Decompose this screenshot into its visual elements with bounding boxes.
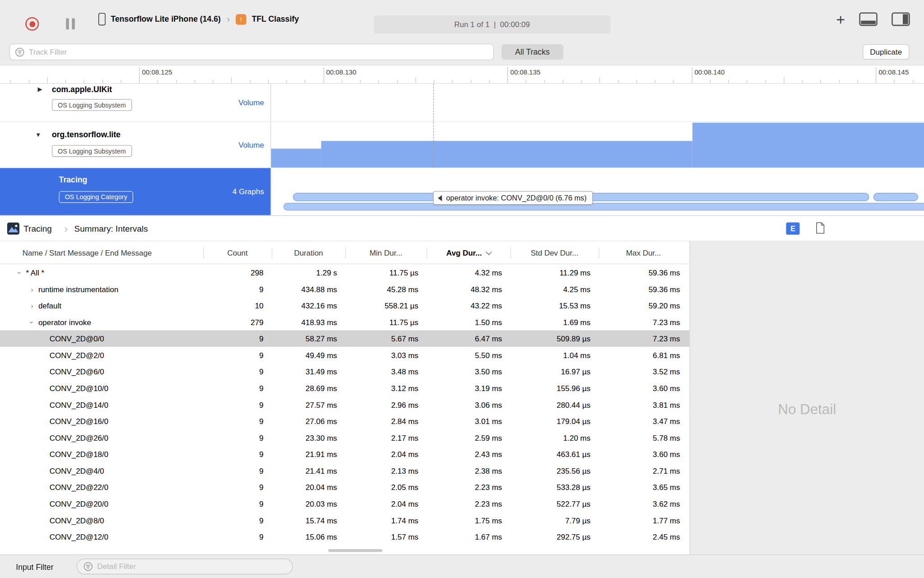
- table-row[interactable]: CONV_2D@14/0 9 27.57 ms 2.96 ms 3.06 ms …: [0, 396, 689, 413]
- row-avg: 2.38 ms: [427, 466, 510, 475]
- ruler-tick: [526, 79, 526, 83]
- row-name: CONV_2D@16/0: [50, 417, 108, 426]
- interval-bar[interactable]: [873, 193, 918, 201]
- interval-bar[interactable]: [283, 203, 924, 210]
- row-name-cell: CONV_2D@18/0: [0, 450, 203, 459]
- table-row[interactable]: CONV_2D@6/0 9 31.49 ms 3.48 ms 3.50 ms 1…: [0, 364, 689, 380]
- duplicate-button[interactable]: Duplicate: [863, 44, 909, 60]
- device-selector[interactable]: Tensorflow Lite iPhone (14.6) › ↑ TFL Cl…: [98, 0, 299, 38]
- row-max: 3.81 ms: [599, 400, 688, 409]
- column-header-name[interactable]: Name / Start Message / End Message: [0, 248, 203, 257]
- track-graph[interactable]: operator invoke: CONV_2D@0/0 (6.76 ms): [271, 168, 924, 215]
- breadcrumb-root[interactable]: Tracing: [23, 216, 51, 241]
- ruler-tick: [286, 79, 287, 83]
- row-min: 2.84 ms: [345, 417, 426, 426]
- track-meta[interactable]: 4 Graphs: [232, 187, 264, 196]
- track-label[interactable]: ▼ org.tensorflow.lite OS Logging Subsyst…: [0, 122, 271, 168]
- row-duration: 434.88 ms: [272, 284, 345, 294]
- table-row[interactable]: CONV_2D@22/0 9 20.04 ms 2.05 ms 2.23 ms …: [0, 479, 689, 496]
- track-row-tracing-selected[interactable]: Tracing OS Logging Category 4 Graphs ope…: [0, 168, 924, 215]
- breadcrumb-page[interactable]: Summary: Intervals: [74, 216, 148, 241]
- add-instrument-button[interactable]: +: [836, 11, 845, 27]
- row-disclosure-icon[interactable]: ›: [28, 301, 36, 310]
- detail-filter-input[interactable]: Detail Filter: [77, 559, 293, 574]
- column-header-stddev[interactable]: Std Dev Dur...: [510, 248, 599, 257]
- table-row[interactable]: CONV_2D@10/0 9 28.69 ms 3.12 ms 3.19 ms …: [0, 380, 689, 396]
- detail-panel: No Detail: [689, 241, 924, 555]
- toolbar: Tensorflow Lite iPhone (14.6) › ↑ TFL Cl…: [0, 0, 924, 38]
- ruler-major-tick: [876, 67, 876, 83]
- ruler-tick-label: 00:08.135: [510, 69, 541, 76]
- column-header-count[interactable]: Count: [203, 248, 272, 257]
- row-disclosure-icon[interactable]: ›: [28, 318, 37, 326]
- ruler-tick: [249, 79, 250, 83]
- row-count: 9: [203, 483, 272, 492]
- track-label[interactable]: ▶ com.apple.UIKit OS Logging Subsystem V…: [0, 84, 271, 121]
- row-avg: 3.06 ms: [427, 400, 510, 409]
- disclosure-closed-icon[interactable]: ▶: [38, 86, 42, 93]
- record-button[interactable]: [25, 17, 39, 31]
- row-name: default: [38, 301, 61, 310]
- track-meta[interactable]: Volume: [238, 140, 264, 149]
- pause-button[interactable]: [66, 18, 75, 29]
- row-count: 279: [203, 317, 272, 326]
- column-divider: [427, 248, 427, 259]
- row-name: CONV_2D@20/0: [50, 499, 108, 508]
- table-row[interactable]: CONV_2D@0/0 9 58.27 ms 5.67 ms 6.47 ms 5…: [0, 330, 689, 347]
- track-filter-input[interactable]: Track Filter: [9, 44, 494, 61]
- column-header-max[interactable]: Max Dur...: [599, 248, 688, 257]
- extended-detail-button[interactable]: E: [786, 222, 799, 234]
- row-duration: 1.29 s: [272, 268, 345, 277]
- row-name-cell: ›operator invoke: [0, 317, 203, 326]
- row-avg: 2.59 ms: [427, 433, 510, 442]
- row-max: 3.62 ms: [599, 499, 688, 508]
- device-label: Tensorflow Lite iPhone (14.6): [111, 15, 221, 24]
- timeline-ruler[interactable]: 00:08.12500:08.13000:08.13500:08.14000:0…: [0, 65, 924, 84]
- table-row[interactable]: CONV_2D@2/0 9 49.49 ms 3.03 ms 5.50 ms 1…: [0, 347, 689, 364]
- track-row-uikit[interactable]: ▶ com.apple.UIKit OS Logging Subsystem V…: [0, 84, 924, 122]
- row-name: operator invoke: [38, 317, 91, 326]
- table-row[interactable]: CONV_2D@16/0 9 27.06 ms 2.84 ms 3.01 ms …: [0, 413, 689, 429]
- document-icon[interactable]: [816, 222, 825, 234]
- track-row-tensorflow[interactable]: ▼ org.tensorflow.lite OS Logging Subsyst…: [0, 122, 924, 168]
- column-header-duration[interactable]: Duration: [272, 248, 345, 257]
- row-max: 5.78 ms: [599, 433, 688, 442]
- toggle-right-pane-button[interactable]: [892, 12, 910, 26]
- table-row[interactable]: CONV_2D@4/0 9 21.41 ms 2.13 ms 2.38 ms 2…: [0, 462, 689, 479]
- table-row[interactable]: ›* All * 298 1.29 s 11.75 µs 4.32 ms 11.…: [0, 264, 689, 281]
- row-min: 2.17 ms: [345, 433, 426, 442]
- row-duration: 15.74 ms: [272, 516, 345, 525]
- row-name: CONV_2D@10/0: [50, 384, 108, 393]
- row-count: 298: [203, 268, 272, 277]
- table-row[interactable]: CONV_2D@12/0 9 15.06 ms 1.57 ms 1.67 ms …: [0, 528, 689, 545]
- row-name-cell: CONV_2D@20/0: [0, 499, 203, 508]
- table-row[interactable]: ›runtime instrumentation 9 434.88 ms 45.…: [0, 281, 689, 298]
- table-row[interactable]: CONV_2D@18/0 9 21.91 ms 2.04 ms 2.43 ms …: [0, 446, 689, 462]
- ruler-tick: [342, 79, 342, 83]
- row-count: 9: [203, 350, 272, 359]
- track-label[interactable]: Tracing OS Logging Category 4 Graphs: [0, 168, 271, 215]
- horizontal-scrollbar[interactable]: [328, 549, 383, 552]
- column-header-avg-sorted[interactable]: Avg Dur...: [427, 248, 510, 257]
- row-min: 3.12 ms: [345, 384, 426, 393]
- toggle-bottom-pane-button[interactable]: [859, 12, 877, 26]
- row-count: 9: [203, 417, 272, 426]
- column-header-min[interactable]: Min Dur...: [345, 248, 426, 257]
- table-row[interactable]: CONV_2D@8/0 9 15.74 ms 1.74 ms 1.75 ms 7…: [0, 512, 689, 529]
- all-tracks-button[interactable]: All Tracks: [502, 44, 564, 60]
- filter-icon: [83, 561, 93, 571]
- track-graph[interactable]: [271, 122, 924, 168]
- disclosure-open-icon[interactable]: ▼: [35, 131, 41, 138]
- row-min: 2.96 ms: [345, 400, 426, 409]
- sort-chevron-icon: [485, 249, 491, 255]
- table-row[interactable]: ›default 10 432.16 ms 558.21 µs 43.22 ms…: [0, 297, 689, 314]
- ruler-tick: [913, 79, 913, 83]
- track-meta[interactable]: Volume: [238, 98, 264, 107]
- track-graph[interactable]: [271, 84, 924, 121]
- table-row[interactable]: CONV_2D@26/0 9 23.30 ms 2.17 ms 2.59 ms …: [0, 429, 689, 446]
- table-row[interactable]: ›operator invoke 279 418.93 ms 11.75 µs …: [0, 314, 689, 331]
- row-disclosure-icon[interactable]: ›: [28, 284, 36, 294]
- input-filter-label[interactable]: Input Filter: [16, 555, 53, 578]
- row-disclosure-icon[interactable]: ›: [15, 269, 24, 276]
- table-row[interactable]: CONV_2D@20/0 9 20.03 ms 2.04 ms 2.23 ms …: [0, 495, 689, 512]
